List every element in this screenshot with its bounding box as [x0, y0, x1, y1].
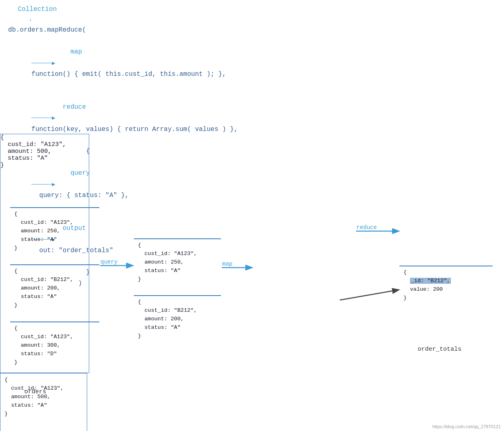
collection-label: Collection [18, 4, 238, 15]
watermark: https://blog.csdn.net/qq_27870121 [432, 424, 501, 429]
filtered-box: { cust_id: "A123", amount: 500, status: … [0, 373, 87, 431]
filtered-highlight-3: cust_id: "B212", [144, 307, 197, 313]
filtered-doc-3: { cust_id: "B212", amount: 200, status: … [134, 296, 221, 343]
code-line-map: map ──────▶ function() { emit( this.cust… [8, 36, 238, 91]
query-arrow-label: query [101, 259, 118, 265]
output-id-b212: _id: "B212", [410, 278, 451, 284]
collection-down-arrow: ↓ [29, 15, 238, 25]
map-keyword: map [71, 48, 82, 56]
code-line-1: db.orders.mapReduce( [8, 25, 238, 36]
map-value: function() { emit( this.cust_id, this.am… [32, 71, 226, 78]
orders-doc-2: { cust_id: "A123", amount: 250, status: … [10, 208, 99, 255]
filtered-doc-2: { cust_id: "A123", amount: 250, status: … [134, 239, 221, 286]
orders-doc-4: { cust_id: "A123", amount: 300, status: … [10, 322, 99, 369]
map-arrow: ──────▶ [32, 59, 56, 69]
orders-label: orders [24, 388, 46, 395]
output-doc-2: { _id: "B212", value: 200 } [399, 266, 493, 305]
orders-doc-1: { cust_id: "A123", amount: 500, status: … [0, 134, 89, 169]
svg-line-3 [340, 290, 398, 300]
map-arrow-label: map [222, 261, 232, 267]
filtered-doc-1: { cust_id: "A123", amount: 500, status: … [0, 373, 87, 421]
reduce-value: function(key, values) { return Array.sum… [32, 126, 238, 133]
reduce-arrow: ──────▶ [32, 114, 56, 123]
reduce-arrow-label: reduce [356, 224, 377, 231]
output-label: order_totals [418, 346, 461, 353]
diagram: { cust_id: "A123", amount: 500, status: … [0, 134, 504, 430]
filtered-highlight-2: cust_id: "A123", [144, 251, 197, 257]
orders-doc-3: { cust_id: "B212", amount: 200, status: … [10, 265, 99, 312]
db-call: db.orders.mapReduce( [8, 26, 86, 34]
reduce-keyword: reduce [62, 103, 86, 111]
